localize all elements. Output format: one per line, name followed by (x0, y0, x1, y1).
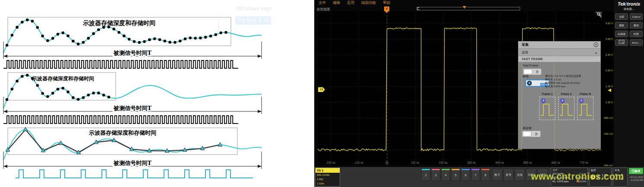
channel-number: 5 (451, 173, 460, 177)
watermark: www.cntronics.com (531, 171, 644, 182)
channel-7-button[interactable]: 7 (471, 168, 480, 181)
menu-file[interactable]: 文件 (319, 0, 326, 6)
screen-capture-button[interactable] (615, 39, 628, 46)
sample-dot (148, 38, 151, 41)
channel-2-button[interactable]: 2 (421, 168, 430, 181)
sample-dot (224, 31, 227, 34)
sample-dot (138, 41, 141, 44)
v-axis-label: 2.20 V (602, 69, 613, 72)
callout-button[interactable]: Callout (630, 13, 643, 20)
fastframe-section-header: FAST FRAME (518, 56, 600, 62)
channel1-badge[interactable]: Ch 1 440 mV/div 1 MΩ 1 GHz (315, 168, 340, 187)
help-icon[interactable]: ? (593, 42, 598, 47)
channel1-impedance: 1 MΩ (316, 177, 340, 181)
channel1-name: Ch 1 (316, 168, 340, 173)
sample-dot (189, 36, 192, 39)
frame-preview-label: Frame N (577, 92, 593, 95)
cursor-button[interactable]: 光标 (615, 13, 628, 20)
panel-settings-row[interactable]: 设置 › (518, 48, 600, 56)
sample-dot (72, 96, 75, 99)
trigger-level-arrow[interactable] (608, 89, 611, 92)
channel1-bandwidth: 1 GHz (316, 181, 340, 186)
channel1-scale: 440 mV/div (316, 173, 340, 177)
channel-8-button[interactable]: 8 (481, 168, 490, 181)
summary-frame-toggle[interactable]: 关 (522, 130, 541, 137)
search-button[interactable]: 搜索 (630, 22, 643, 29)
sample-dot (174, 41, 177, 44)
screenshot: Windows logo Try Snip & Sk 示波器存储深度和存储时间被… (0, 0, 644, 187)
sample-dot (11, 88, 14, 91)
channel-color-stripe (461, 169, 470, 170)
sample-dot (164, 40, 167, 43)
multipurpose-knob-a-icon: A (527, 81, 532, 86)
magnifier-icon[interactable] (597, 12, 601, 17)
channel-number: 3 (432, 173, 440, 177)
sample-dot (113, 28, 116, 31)
diagram-panel: Windows logo Try Snip & Sk 示波器存储深度和存储时间被… (0, 0, 314, 187)
sample-dot (41, 35, 44, 38)
channel-color-stripe (442, 169, 450, 170)
menu-utility[interactable]: 辅助功能 (361, 0, 376, 6)
plot-button[interactable]: 绘图 (630, 31, 643, 37)
h-axis-label: 770 ns (580, 161, 588, 164)
diagram-memory-partial: 示波器存储深度和存储时间被测信号时间T (0, 69, 314, 125)
diagram-undersampled: 示波器存储深度和存储时间被测信号时间T (0, 125, 314, 187)
menu-edit[interactable]: 编辑 (333, 0, 340, 6)
frame-count-label: 帧数 (523, 74, 529, 79)
minimap-expansion-marker[interactable] (463, 6, 466, 9)
results-sidebar: Tek/tronix 添加新... 光标 Callout 测量 搜索 结果表 绘… (614, 0, 644, 167)
snip-sketch-ghost-button[interactable]: Try Snip & Sk (235, 16, 271, 25)
acquisition-panel: 采集 ? 设置 › FAST FRAME Fast Frame 关 帧数 A 5… (518, 41, 601, 149)
sample-dot (199, 37, 202, 40)
channel-3-button[interactable]: 3 (431, 168, 440, 181)
sample-dot (158, 38, 161, 41)
time-span-label: 被测信号时间T (113, 50, 152, 56)
v-axis-label: -440 mV (602, 164, 613, 167)
view-tab-row: 波形视图 (314, 6, 614, 12)
sample-dot (62, 87, 65, 90)
info-max: 最大值 =72.727 k 使用这些设置 (545, 74, 600, 78)
menu-apps[interactable]: 应用 (347, 0, 354, 6)
sample-dot (16, 26, 19, 29)
sample-dot (215, 33, 218, 36)
horizontal-position-minimap[interactable] (417, 7, 520, 10)
tab-waveform-view[interactable]: 波形视图 (316, 7, 330, 12)
info-duration: 帧时长:1.1 μs (545, 78, 600, 81)
v-axis-label: 880 mV (602, 117, 613, 119)
channel-5-button[interactable]: 5 (451, 168, 460, 181)
sample-clock-train (3, 60, 238, 68)
h-axis-label: -220 ns (326, 161, 335, 164)
sample-dot (21, 21, 24, 24)
measure-button[interactable]: 测量 (615, 22, 628, 29)
more-button[interactable]: More... (630, 39, 643, 46)
sample-dot (133, 40, 136, 43)
channel-number: 8 (481, 173, 489, 177)
channel-4-button[interactable]: 4 (441, 168, 450, 181)
source-button-3[interactable]: 总线 (515, 168, 525, 181)
h-axis-label: 220 ns (439, 161, 448, 164)
results-table-button[interactable]: 结果表 (615, 31, 628, 37)
menu-help[interactable]: 帮助 (383, 0, 390, 6)
sample-dot (16, 79, 19, 82)
frame-pulse-icon (578, 97, 593, 120)
trigger-position-flag[interactable]: T (384, 6, 389, 11)
sample-dot (153, 37, 156, 40)
fastframe-state: 关 (536, 69, 539, 75)
frame-preview-box: T (577, 97, 593, 120)
sample-dot (92, 32, 95, 35)
sample-dot (97, 28, 100, 31)
source-button-1[interactable]: 数字 (492, 168, 502, 181)
sample-dot (46, 95, 49, 98)
sample-dot (77, 43, 80, 46)
summary-frame-state: 关 (535, 131, 538, 137)
source-button-2[interactable]: 参考 (503, 168, 514, 181)
sample-dot (184, 38, 187, 41)
sample-dot (143, 40, 146, 43)
sample-dot (66, 91, 69, 94)
info-resolution: 帧分辨率:160 ps/pt(6.25 GS/s) (545, 81, 600, 85)
sample-dot (51, 92, 54, 95)
channel-6-button[interactable]: 6 (461, 168, 470, 181)
screen-capture-icon (619, 40, 625, 44)
h-axis-label: 0s (385, 161, 389, 164)
sample-dot (194, 37, 197, 40)
